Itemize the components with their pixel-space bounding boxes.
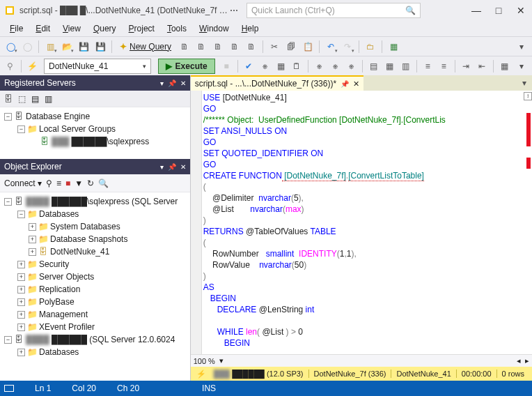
- zoom-dropdown-icon[interactable]: ▾: [219, 356, 224, 365]
- comment-icon[interactable]: ≡: [421, 59, 435, 74]
- close-button[interactable]: ✕: [514, 5, 528, 16]
- pin-icon[interactable]: 📌: [168, 79, 176, 87]
- outdent-icon[interactable]: ⇤: [475, 59, 490, 74]
- cut-button[interactable]: ✂: [267, 39, 282, 54]
- new-query-label: New Query: [130, 42, 171, 52]
- oe-sysdb[interactable]: +📁System Databases: [1, 220, 189, 233]
- oe-disconnect-icon[interactable]: ≡: [56, 178, 61, 188]
- tab-close-icon[interactable]: ✕: [353, 79, 359, 89]
- indent-icon[interactable]: ⇥: [459, 59, 474, 74]
- menu-query[interactable]: Query: [88, 22, 122, 35]
- pin-icon[interactable]: 📌: [168, 163, 176, 171]
- oe-filter-icon[interactable]: ▼: [75, 178, 83, 188]
- execute-button[interactable]: ▶ Execute: [158, 59, 215, 74]
- menu-view[interactable]: View: [57, 22, 86, 35]
- menu-window[interactable]: Window: [194, 22, 235, 35]
- menu-edit[interactable]: Edit: [30, 22, 56, 35]
- activity-monitor-icon[interactable]: ▦: [386, 39, 401, 54]
- query-options-icon[interactable]: ▦: [274, 59, 288, 74]
- connect-icon[interactable]: ⚡: [25, 59, 40, 74]
- object-explorer-header[interactable]: Object Explorer ▾ 📌 ✕: [0, 159, 190, 174]
- mdx-query-icon[interactable]: 🗎: [210, 39, 226, 54]
- scroll-right-icon[interactable]: ▸: [525, 356, 529, 365]
- pin-icon[interactable]: 📌: [341, 80, 349, 88]
- back-button[interactable]: ◯: [3, 39, 18, 54]
- de-query-icon[interactable]: 🗎: [177, 39, 192, 54]
- oe-refresh-icon[interactable]: ↻: [87, 178, 94, 188]
- live-stats-icon[interactable]: ⎈: [328, 59, 343, 74]
- toolbar2-overflow-icon[interactable]: ▾: [515, 59, 529, 74]
- oe-search-icon[interactable]: 🔍: [98, 178, 109, 188]
- menu-project[interactable]: Project: [123, 22, 160, 35]
- save-all-button[interactable]: 💾: [93, 39, 108, 54]
- copy-button[interactable]: 🗐: [283, 39, 299, 54]
- menu-help[interactable]: Help: [236, 22, 265, 35]
- editor-tab[interactable]: script.sql - ...\...DotNetNuke_7f (336))…: [191, 75, 363, 91]
- quick-launch-input[interactable]: Quick Launch (Ctrl+Q) 🔍: [247, 3, 421, 18]
- cancel-query-button[interactable]: ■: [219, 59, 234, 74]
- db-engine-icon[interactable]: 🗄: [4, 94, 13, 104]
- results-file-icon[interactable]: ▥: [398, 59, 413, 74]
- report-icon[interactable]: ▤: [31, 94, 39, 104]
- tree-row-local-groups[interactable]: −📁Local Server Groups: [1, 123, 189, 135]
- open-button[interactable]: 📂: [59, 39, 75, 54]
- tree-row-db-engine[interactable]: −🗄Database Engine: [1, 110, 189, 123]
- code-editor[interactable]: ↕ USE [DotNetNuke_41] GO /****** Object:…: [191, 91, 532, 354]
- uncomment-icon[interactable]: ≡: [437, 59, 451, 74]
- oe-snapshots[interactable]: +📁Database Snapshots: [1, 233, 189, 245]
- new-project-button[interactable]: ▥: [42, 39, 58, 54]
- results-grid-icon[interactable]: ▦: [382, 59, 397, 74]
- tree-row-server[interactable]: 🗄█████████\sqlexpress: [1, 135, 189, 148]
- oe-security[interactable]: +📁Security: [1, 258, 189, 271]
- registered-servers-header[interactable]: Registered Servers ▾ 📌 ✕: [0, 75, 190, 91]
- dmx-query-icon[interactable]: 🗎: [227, 39, 242, 54]
- overflow-icon[interactable]: ⋯: [228, 6, 240, 15]
- xmla-query-icon[interactable]: 🗎: [244, 39, 259, 54]
- panel-close-icon[interactable]: ✕: [180, 163, 186, 171]
- oe-polybase[interactable]: +📁PolyBase: [1, 296, 189, 308]
- menu-file[interactable]: File: [4, 22, 29, 35]
- as-query-icon[interactable]: 🗎: [194, 39, 209, 54]
- change-connection-icon[interactable]: ⚲: [3, 59, 17, 74]
- minimize-button[interactable]: —: [469, 5, 483, 16]
- oe-databases-2[interactable]: +📁Databases: [1, 346, 189, 358]
- actual-plan-icon[interactable]: ⎈: [312, 59, 327, 74]
- parse-button[interactable]: ✔: [242, 59, 256, 74]
- paste-button[interactable]: 📋: [300, 39, 315, 54]
- scroll-left-icon[interactable]: ◂: [517, 356, 521, 365]
- oe-replication[interactable]: +📁Replication: [1, 283, 189, 296]
- panel-menu-icon[interactable]: ▾: [160, 79, 164, 87]
- oe-connect-icon[interactable]: ⚲: [46, 178, 52, 188]
- save-button[interactable]: 💾: [76, 39, 91, 54]
- maximize-button[interactable]: □: [492, 5, 506, 16]
- new-query-button[interactable]: ✦ New Query: [116, 39, 175, 54]
- specify-values-icon[interactable]: ▦: [497, 59, 512, 74]
- undo-button[interactable]: ↶: [323, 39, 338, 54]
- panel-close-icon[interactable]: ✕: [180, 79, 186, 87]
- cube-icon[interactable]: ⬚: [18, 94, 26, 104]
- zoom-level[interactable]: 100 %: [194, 357, 215, 365]
- oe-server-2[interactable]: −🗄██████████ (SQL Server 12.0.6024: [1, 333, 189, 346]
- oe-dnn41[interactable]: +🗄DotNetNuke_41: [1, 245, 189, 258]
- estimated-plan-icon[interactable]: ⎈: [258, 59, 272, 74]
- results-text-icon[interactable]: ▤: [366, 59, 381, 74]
- panel-menu-icon[interactable]: ▾: [160, 163, 164, 171]
- connect-dropdown[interactable]: Connect ▾: [4, 178, 42, 188]
- oe-databases[interactable]: −📁Databases: [1, 208, 189, 220]
- database-combo[interactable]: DotNetNuke_41: [44, 59, 151, 74]
- integration-icon[interactable]: ▥: [45, 94, 52, 104]
- split-icon[interactable]: ↕: [524, 92, 532, 100]
- menu-tools[interactable]: Tools: [162, 22, 192, 35]
- oe-xevent[interactable]: +📁XEvent Profiler: [1, 321, 189, 333]
- forward-button[interactable]: ◯: [19, 39, 35, 54]
- intellisense-icon[interactable]: 🗒: [290, 59, 304, 74]
- oe-management[interactable]: +📁Management: [1, 308, 189, 321]
- oe-serverobj[interactable]: +📁Server Objects: [1, 271, 189, 283]
- redo-button[interactable]: ↷: [340, 39, 355, 54]
- oe-stop-icon[interactable]: ■: [65, 178, 70, 188]
- toolbar-overflow-icon[interactable]: ▾: [514, 39, 529, 54]
- oe-server-1[interactable]: −🗄██████████\sqlexpress (SQL Server: [1, 195, 189, 208]
- client-stats-icon[interactable]: ⎈: [344, 59, 359, 74]
- tabstrip-overflow-icon[interactable]: ▾: [517, 75, 532, 91]
- find-button[interactable]: 🗀: [363, 39, 378, 54]
